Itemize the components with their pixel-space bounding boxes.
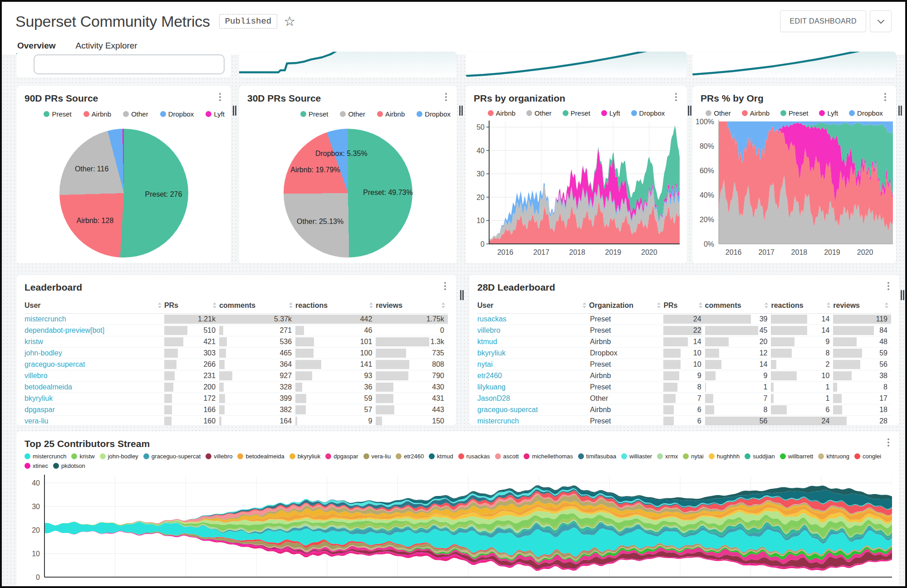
column-header-reviews[interactable]: reviews [833,301,891,310]
kebab-menu-icon[interactable] [444,282,446,284]
kebab-menu-icon[interactable] [887,438,889,440]
cell-bar [164,394,172,403]
legend-item-Preset[interactable]: Preset [300,110,328,118]
kebab-menu-icon[interactable] [219,93,221,95]
kebab-menu-icon[interactable] [887,282,889,284]
legend-item-Dropbox[interactable]: Dropbox [849,109,883,117]
legend-item-Other[interactable]: Other [706,109,731,117]
legend-item-bkyryliuk[interactable]: bkyryliuk [289,453,321,460]
legend-item-khtruong[interactable]: khtruong [818,453,849,460]
cell-value: 1.75k [427,315,444,323]
legend-item-suddjian[interactable]: suddjian [745,453,775,460]
legend-item-villebro[interactable]: villebro [206,453,232,460]
legend-item-Lyft[interactable]: Lyft [601,109,620,117]
user-link[interactable]: bkyryliuk [477,349,505,357]
legend-item-dpgaspar[interactable]: dpgaspar [325,453,358,460]
legend-item-john-bodley[interactable]: john-bodley [100,453,138,460]
legend-item-pkdotson[interactable]: pkdotson [53,462,85,469]
column-header-comments[interactable]: comments [705,301,771,310]
user-link[interactable]: nytai [477,360,493,368]
legend-item-ascott[interactable]: ascott [495,453,519,460]
legend-item-Other[interactable]: Other [340,110,365,118]
published-badge[interactable]: Published [219,14,278,29]
user-link[interactable]: rusackas [477,315,506,323]
user-link[interactable]: villebro [477,326,500,334]
column-header-reactions[interactable]: reactions [295,301,376,310]
user-link[interactable]: bkyryliuk [25,394,53,402]
user-link[interactable]: mistercrunch [477,417,519,425]
legend-item-xrmx[interactable]: xrmx [657,453,678,460]
legend-item-betodealmeida[interactable]: betodealmeida [237,453,284,460]
legend-item-Lyft[interactable]: Lyft [819,109,838,117]
trend-sparkline-chart [466,52,687,78]
legend-item-Other[interactable]: Other [123,110,148,118]
chart-legend: mistercrunchkristwjohn-bodleygraceguo-su… [16,449,899,470]
card-prs-pct-by-org: PRs % by Org OtherAirbnbPresetLyftDropbo… [692,86,896,263]
resize-handle[interactable] [459,106,463,116]
column-header-reviews[interactable]: reviews [376,301,448,310]
user-link[interactable]: graceguo-supercat [25,360,85,368]
legend-item-Airbnb[interactable]: Airbnb [83,110,111,118]
user-link[interactable]: dependabot-preview[bot] [25,326,104,334]
column-header-Organization[interactable]: Organization [589,301,663,310]
legend-item-vera-liu[interactable]: vera-liu [363,453,391,460]
legend-item-etr2460[interactable]: etr2460 [396,453,424,460]
resize-handle[interactable] [898,106,902,116]
legend-item-graceguo-supercat[interactable]: graceguo-supercat [143,453,201,460]
legend-item-willbarrett[interactable]: willbarrett [780,453,814,460]
legend-item-timifasubaa[interactable]: timifasubaa [578,453,616,460]
user-link[interactable]: villebro [25,372,48,379]
kebab-menu-icon[interactable] [884,93,886,95]
user-link[interactable]: mistercrunch [25,315,66,323]
column-header-reactions[interactable]: reactions [771,301,833,310]
user-link[interactable]: betodealmeida [25,383,72,391]
legend-item-Preset[interactable]: Preset [780,109,808,117]
legend-item-Dropbox[interactable]: Dropbox [631,109,665,117]
column-header-PRs[interactable]: PRs [164,301,219,310]
resize-handle[interactable] [688,106,691,116]
legend-item-williaster[interactable]: williaster [621,453,652,460]
user-link[interactable]: etr2460 [477,372,502,379]
resize-handle[interactable] [901,290,904,300]
user-link[interactable]: dpgaspar [25,406,55,413]
legend-item-Lyft[interactable]: Lyft [206,110,225,118]
legend-item-Preset[interactable]: Preset [44,110,71,118]
user-link[interactable]: vera-liu [25,417,48,425]
column-header-comments[interactable]: comments [219,301,295,310]
column-header-User[interactable]: User [25,301,164,310]
column-header-PRs[interactable]: PRs [663,301,705,310]
resize-handle[interactable] [233,106,236,116]
kebab-menu-icon[interactable] [445,93,447,95]
legend-item-mistercrunch[interactable]: mistercrunch [25,453,66,460]
legend-item-nytai[interactable]: nytai [683,453,703,460]
dashboard-menu-button[interactable] [870,10,892,32]
legend-item-Other[interactable]: Other [526,109,552,117]
legend-item-rusackas[interactable]: rusackas [458,453,490,460]
user-link[interactable]: kristw [25,338,43,345]
cell-value: 431 [432,394,444,403]
user-link[interactable]: JasonD28 [477,394,510,402]
legend-item-kristw[interactable]: kristw [71,453,94,460]
edit-dashboard-button[interactable]: EDIT DASHBOARD [780,10,866,32]
legend-item-Preset[interactable]: Preset [563,109,590,117]
legend-item-Airbnb[interactable]: Airbnb [488,109,515,117]
favorite-star-icon[interactable]: ☆ [284,15,295,28]
legend-item-conglei[interactable]: conglei [854,453,881,460]
user-link[interactable]: lilykuang [477,383,505,391]
user-link[interactable]: ktmud [477,338,497,345]
user-link[interactable]: john-bodley [25,349,62,357]
legend-item-Airbnb[interactable]: Airbnb [377,110,405,118]
user-link[interactable]: graceguo-supercat [477,406,538,413]
legend-item-Dropbox[interactable]: Dropbox [160,110,194,118]
svg-text:30: 30 [476,170,485,178]
legend-item-michellethomas[interactable]: michellethomas [524,453,573,460]
cutoff-filter-box[interactable] [34,54,225,74]
resize-handle[interactable] [460,290,464,300]
column-header-User[interactable]: User [477,301,589,310]
legend-item-xtinec[interactable]: xtinec [25,462,48,469]
legend-item-Airbnb[interactable]: Airbnb [742,109,770,117]
legend-item-ktmud[interactable]: ktmud [429,453,453,460]
legend-item-Dropbox[interactable]: Dropbox [417,110,451,118]
legend-item-hughhhh[interactable]: hughhhh [709,453,740,460]
kebab-menu-icon[interactable] [675,93,677,95]
